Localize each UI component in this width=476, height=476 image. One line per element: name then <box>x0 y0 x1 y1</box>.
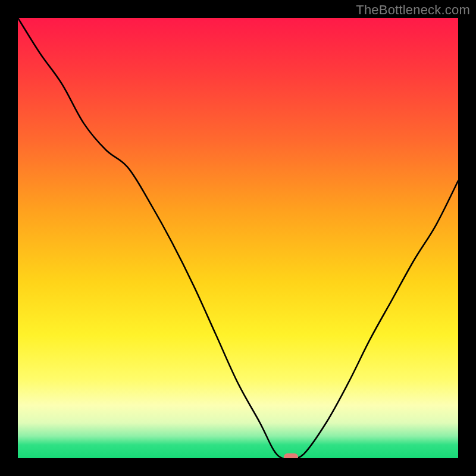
optimal-marker <box>284 453 298 458</box>
curve-path <box>18 18 458 458</box>
watermark-text: TheBottleneck.com <box>356 2 470 18</box>
chart-container: TheBottleneck.com <box>0 0 476 476</box>
bottleneck-curve <box>18 18 458 458</box>
plot-area <box>18 18 458 458</box>
